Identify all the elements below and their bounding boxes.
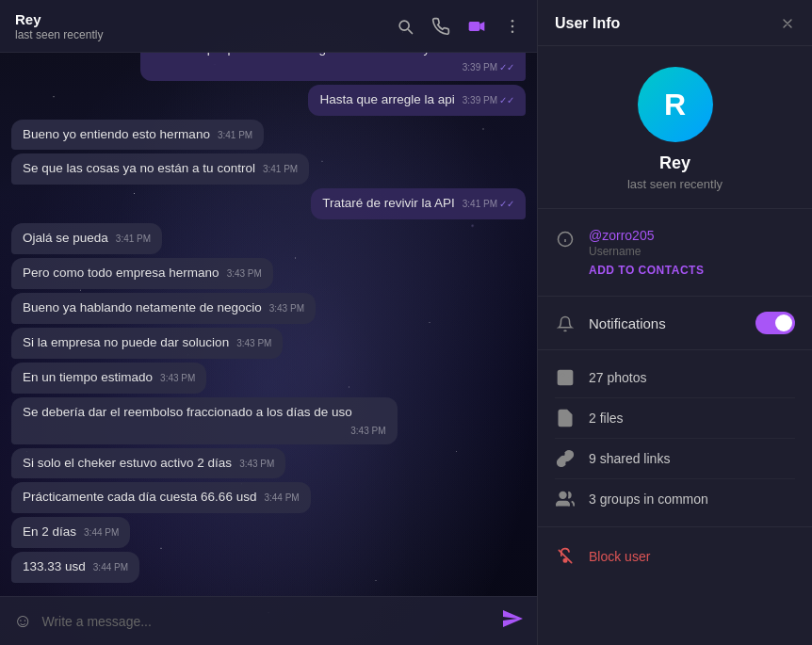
message-row: En 2 días3:44 PM: [11, 517, 526, 548]
avatar-section: R Rey last seen recently: [538, 46, 812, 209]
add-to-contacts-button[interactable]: ADD TO CONTACTS: [589, 264, 704, 277]
block-icon: [555, 546, 576, 567]
message-text: Hasta que arregle la api: [319, 92, 454, 106]
svg-point-4: [512, 30, 514, 33]
info-circle-icon: [555, 229, 576, 250]
message-time: 3:43 PM: [160, 372, 195, 385]
message-text: En 2 días: [23, 524, 76, 539]
notifications-row: Notifications: [555, 300, 795, 346]
block-user-row[interactable]: Block user: [555, 535, 795, 578]
message-time: 3:39 PM✓✓: [463, 94, 514, 107]
groups-row[interactable]: 3 groups in common: [555, 479, 795, 519]
username-value: @zorro205: [589, 228, 704, 243]
files-icon: [555, 408, 576, 428]
svg-point-3: [512, 24, 514, 27]
close-button[interactable]: [780, 16, 795, 31]
user-info-title: User Info: [555, 15, 620, 32]
user-display-name: Rey: [659, 153, 690, 173]
photos-icon: [555, 367, 576, 388]
notifications-label: Notifications: [589, 315, 742, 331]
message-input[interactable]: [41, 614, 492, 629]
message-row: Si la empresa no puede dar solucion3:43 …: [11, 328, 526, 359]
more-options-icon[interactable]: [503, 17, 522, 36]
message-text: Bueno ya hablando netamente de negocio: [23, 300, 262, 314]
message-text: Bueno yo entiendo esto hermano: [23, 127, 210, 141]
chat-contact-status: last seen recently: [15, 28, 396, 41]
username-row: @zorro205 Username ADD TO CONTACTS: [555, 220, 795, 284]
chat-input-bar: ☺: [0, 596, 537, 645]
message-row: Se que las cosas ya no están a tu contro…: [11, 153, 526, 185]
message-row: Lo único que puedo hacer es guardarle lo…: [11, 53, 526, 81]
shared-links-row[interactable]: 9 shared links: [555, 439, 795, 479]
message-time: 3:43 PM: [236, 337, 271, 350]
user-info-header: User Info: [538, 0, 812, 46]
message-row: Bueno yo entiendo esto hermano3:41 PM: [11, 120, 526, 151]
chat-header-icons: [396, 17, 522, 36]
user-info-panel: User Info R Rey last seen recently @zo: [537, 0, 812, 645]
message-text: Se debería dar el reembolso fraccionado …: [23, 405, 352, 419]
chat-header-info: Rey last seen recently: [15, 11, 396, 41]
files-label: 2 files: [589, 411, 624, 426]
photos-row[interactable]: 27 photos: [555, 358, 795, 398]
links-icon: [555, 448, 576, 469]
svg-point-9: [561, 374, 564, 377]
chat-contact-name: Rey: [15, 11, 396, 27]
message-time: 3:41 PM: [218, 129, 252, 142]
message-row: Bueno ya hablando netamente de negocio3:…: [11, 293, 526, 324]
user-last-seen: last seen recently: [627, 177, 723, 191]
photos-label: 27 photos: [589, 370, 647, 385]
message-time: 3:43 PM: [269, 302, 304, 315]
message-time: 3:43 PM: [227, 267, 262, 281]
message-text: Si solo el cheker estuvo activo 2 días: [23, 456, 232, 470]
files-row[interactable]: 2 files: [555, 398, 795, 439]
svg-point-10: [560, 492, 566, 499]
send-button[interactable]: [501, 607, 524, 636]
message-time: 3:39 PM✓✓: [463, 61, 514, 74]
username-label: Username: [589, 245, 704, 258]
message-text: 133.33 usd: [23, 559, 86, 573]
notifications-section: Notifications: [538, 297, 812, 350]
message-text: Pero como todo empresa hermano: [23, 266, 219, 280]
message-time: 3:41 PM✓✓: [463, 198, 514, 211]
message-text: Lo único que puedo hacer es guardarle lo…: [152, 53, 494, 56]
messages-area: ya sabia que esto pasaria3:39 PMSi yo en…: [0, 53, 537, 596]
message-row: Pero como todo empresa hermano3:43 PM: [11, 258, 526, 289]
message-row: Se debería dar el reembolso fraccionado …: [11, 397, 526, 444]
message-time: 3:43 PM: [350, 425, 385, 438]
block-section: Block user: [538, 527, 812, 586]
message-text: Ojalá se pueda: [23, 231, 108, 245]
svg-rect-0: [469, 22, 480, 31]
message-row: 133.33 usd3:44 PM: [11, 552, 526, 583]
message-time: 3:44 PM: [264, 492, 299, 505]
message-text: En un tiempo estimado: [23, 370, 153, 384]
message-text: Se que las cosas ya no están a tu contro…: [23, 161, 255, 175]
svg-marker-1: [479, 22, 484, 31]
block-user-label: Block user: [589, 549, 650, 564]
emoji-button[interactable]: ☺: [13, 610, 32, 632]
notifications-toggle[interactable]: [755, 312, 795, 334]
svg-point-2: [512, 19, 514, 22]
groups-icon: [555, 489, 576, 509]
chat-header: Rey last seen recently: [0, 0, 537, 53]
message-text: Prácticamente cada día cuesta 66.66 usd: [23, 490, 256, 504]
shared-links-label: 9 shared links: [589, 451, 670, 466]
message-time: 3:44 PM: [93, 561, 128, 574]
search-icon[interactable]: [396, 17, 414, 36]
phone-icon[interactable]: [431, 17, 450, 36]
message-row: Si solo el cheker estuvo activo 2 días3:…: [11, 448, 526, 479]
message-row: Trataré de revivir la API3:41 PM✓✓: [11, 188, 526, 219]
message-time: 3:41 PM: [263, 163, 298, 176]
message-text: Trataré de revivir la API: [322, 196, 455, 210]
chat-panel: Rey last seen recently: [0, 0, 537, 645]
message-row: En un tiempo estimado3:43 PM: [11, 363, 526, 394]
avatar: R: [638, 67, 713, 142]
groups-label: 3 groups in common: [589, 492, 708, 507]
username-section: @zorro205 Username ADD TO CONTACTS: [538, 209, 812, 297]
username-content: @zorro205 Username ADD TO CONTACTS: [589, 228, 704, 277]
media-stats-section: 27 photos 2 files 9 shared links: [538, 350, 812, 527]
message-text: Si la empresa no puede dar solucion: [23, 335, 229, 349]
message-time: 3:41 PM: [116, 233, 151, 246]
message-row: Prácticamente cada día cuesta 66.66 usd3…: [11, 482, 526, 513]
video-icon[interactable]: [467, 17, 486, 36]
bell-icon: [555, 314, 576, 334]
